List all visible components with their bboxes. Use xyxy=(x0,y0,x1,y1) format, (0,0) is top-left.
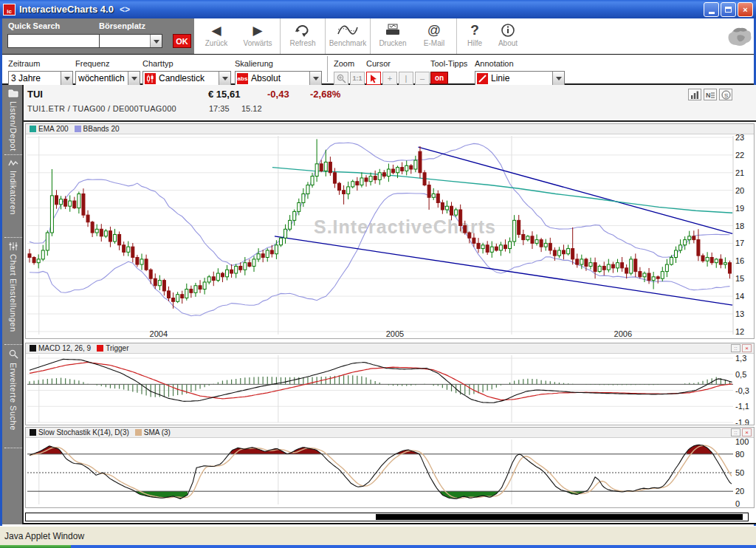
annotation-label: Annotation xyxy=(475,59,514,68)
macd-settings-button[interactable]: :: xyxy=(731,344,740,352)
drucken-button[interactable]: Drucken xyxy=(372,18,413,54)
sidebar-item-listen-depot[interactable]: Listen/Depot xyxy=(4,85,22,155)
svg-text:50: 50 xyxy=(735,468,744,477)
info-circle-icon xyxy=(501,21,515,39)
zoom-in-button[interactable] xyxy=(334,72,348,85)
legend-swatch xyxy=(30,429,36,436)
boersenplatz-select[interactable]: Alle xyxy=(99,34,162,48)
zoom-label: Zoom xyxy=(334,59,354,68)
legend-item: BBands 20 xyxy=(73,125,120,133)
benchmark-button[interactable]: Benchmark xyxy=(327,18,368,54)
hilfe-button[interactable]: ? Hilfe xyxy=(458,18,491,54)
quote-price: € 15,61 xyxy=(208,89,240,100)
chevron-down-icon[interactable] xyxy=(219,72,230,85)
app-window: ic InteractiveCharts 4.0 <> × Quick Sear… xyxy=(0,0,756,548)
benchmark-wave-icon xyxy=(337,21,359,39)
svg-text:0,5: 0,5 xyxy=(735,370,746,379)
quote-change-percent: -2,68% xyxy=(310,89,340,100)
price-chart-plot[interactable]: 232221201918171615141312200420052006S.In… xyxy=(26,134,754,338)
chevron-down-icon[interactable] xyxy=(552,72,564,85)
cursor-arrow-button[interactable] xyxy=(366,72,381,85)
chevron-down-icon[interactable] xyxy=(128,72,140,85)
sidebar-item-erweiterte-suche[interactable]: Erweiterte Suche xyxy=(4,345,22,448)
status-text: Java Applet Window xyxy=(4,531,84,541)
maximize-button[interactable] xyxy=(721,2,736,17)
sidebar-item-indikatoren[interactable]: Indikatoren xyxy=(4,155,22,238)
svg-text:-1,1: -1,1 xyxy=(735,402,749,411)
frequenz-select[interactable]: wöchentlich xyxy=(75,71,140,86)
svg-text:-0,3: -0,3 xyxy=(735,386,749,395)
bar-chart-view-button[interactable] xyxy=(688,89,701,100)
chevron-down-icon[interactable] xyxy=(150,35,162,47)
svg-text:18: 18 xyxy=(735,222,744,230)
svg-text:0: 0 xyxy=(735,499,740,507)
about-button[interactable]: About xyxy=(491,18,525,54)
quote-date: 15.12 xyxy=(241,104,262,113)
quick-search-label: Quick Search xyxy=(8,21,60,30)
taskbar-start-edge xyxy=(0,545,71,548)
chevron-down-icon[interactable] xyxy=(61,72,72,85)
refresh-button[interactable]: Refresh xyxy=(282,18,323,54)
svg-text:21: 21 xyxy=(735,168,744,177)
svg-text:14: 14 xyxy=(735,292,744,301)
legend-item: SMA (3) xyxy=(134,428,171,436)
title-bar[interactable]: ic InteractiveCharts 4.0 <> × xyxy=(0,0,756,18)
annotation-value: Linie xyxy=(489,73,552,83)
price-chart-panel: EMA 200BBands 20 23222120191817161514131… xyxy=(25,123,755,339)
stochastic-plot[interactable]: 1008050200 xyxy=(26,438,754,507)
refresh-icon xyxy=(295,21,311,39)
news-view-button[interactable]: N xyxy=(704,89,717,100)
zeitraum-select[interactable]: 3 Jahre xyxy=(8,71,73,86)
svg-text:15: 15 xyxy=(735,274,744,283)
macd-plot[interactable]: 1,30,5-0,3-1,1-1,9 xyxy=(26,354,754,425)
search-section: Quick Search Börsenplatz Alle OK xyxy=(2,18,194,54)
cursor-crosshair-button[interactable]: + xyxy=(382,72,397,85)
zurueck-button[interactable]: ◀ Zurück xyxy=(196,18,237,54)
zeitraum-value: 3 Jahre xyxy=(9,73,61,83)
annotation-select[interactable]: Linie xyxy=(475,71,565,86)
legend-item: EMA 200 xyxy=(28,125,69,133)
email-button[interactable]: @ E-Mail xyxy=(413,18,455,54)
svg-text:N: N xyxy=(706,92,711,99)
legend-label: MACD 12, 26, 9 xyxy=(38,344,91,352)
quote-header: TUI TUI1.ETR / TUAG00 / DE000TUAG000 € 1… xyxy=(22,85,756,122)
svg-text:80: 80 xyxy=(735,450,744,459)
legend-item: Trigger xyxy=(95,344,128,352)
svg-text:2006: 2006 xyxy=(614,329,632,338)
chart-time-scrollbar[interactable] xyxy=(25,513,749,521)
macd-close-button[interactable]: × xyxy=(742,344,752,352)
zoom-reset-button[interactable]: 1:1 xyxy=(350,72,365,85)
charttyp-value: Candlestick xyxy=(157,73,219,83)
skalierung-select[interactable]: abs Absolut xyxy=(235,71,322,86)
tooltipps-toggle[interactable]: on xyxy=(430,72,448,84)
close-button[interactable]: × xyxy=(738,2,753,17)
boersenplatz-label: Börsenplatz xyxy=(99,21,145,30)
indicator-wave-icon xyxy=(8,160,18,167)
stochastic-close-button[interactable]: × xyxy=(742,428,752,436)
svg-text:20: 20 xyxy=(735,186,744,195)
quote-time: 17:35 xyxy=(209,104,230,113)
scrollbar-thumb[interactable] xyxy=(376,514,743,520)
cursor-vertical-line-button[interactable]: | xyxy=(399,72,413,85)
svg-text:16: 16 xyxy=(735,256,744,265)
stochastic-settings-button[interactable]: :: xyxy=(731,428,740,436)
legend-item: MACD 12, 26, 9 xyxy=(28,344,91,352)
svg-text:17: 17 xyxy=(735,239,744,247)
email-at-icon: @ xyxy=(427,21,441,39)
sidebar-item-chart-einstellungen[interactable]: Chart Einstellungen xyxy=(4,238,22,345)
chevron-down-icon[interactable] xyxy=(309,72,321,85)
line-annotation-icon xyxy=(477,73,488,84)
macd-panel: MACD 12, 26, 9Trigger :: × 1,30,5-0,3-1,… xyxy=(25,343,755,425)
svg-text:13: 13 xyxy=(735,309,744,318)
snapshot-view-button[interactable]: S xyxy=(719,89,732,100)
window-title-suffix: <> xyxy=(120,4,130,15)
zeitraum-label: Zeitraum xyxy=(8,59,40,68)
cursor-horizontal-line-button[interactable]: – xyxy=(415,72,430,85)
ok-button[interactable]: OK xyxy=(173,34,191,48)
charttyp-select[interactable]: Candlestick xyxy=(142,71,231,86)
svg-text:-1,9: -1,9 xyxy=(735,418,749,425)
svg-text:12: 12 xyxy=(735,327,744,336)
legend-swatch xyxy=(135,429,142,436)
vorwaerts-button[interactable]: ▶ Vorwärts xyxy=(237,18,278,54)
minimize-button[interactable] xyxy=(704,2,719,17)
